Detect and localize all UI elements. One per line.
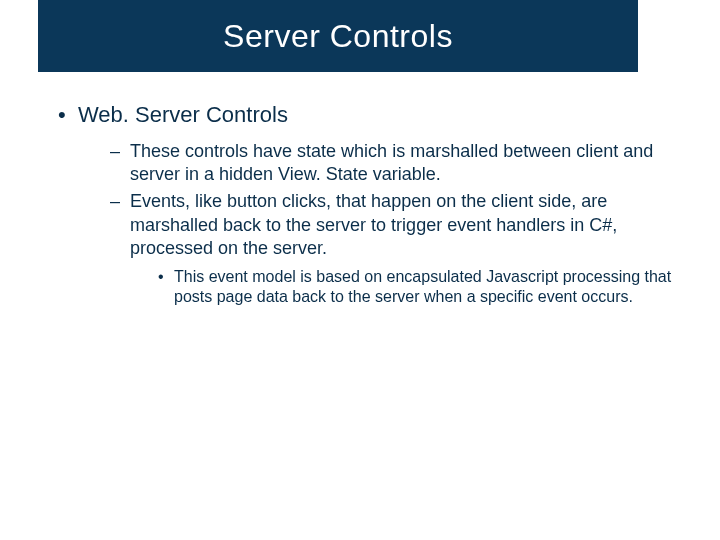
bullet-text: Events, like button clicks, that happen … [130, 191, 617, 258]
bullet-list-level3: This event model is based on encapsulate… [130, 267, 686, 309]
slide: Server Controls Web. Server Controls The… [0, 0, 720, 540]
list-item: Events, like button clicks, that happen … [110, 190, 686, 308]
list-item: Web. Server Controls These controls have… [58, 100, 686, 308]
bullet-text: This event model is based on encapsulate… [174, 268, 671, 306]
title-bar: Server Controls [38, 0, 638, 72]
bullet-text: Web. Server Controls [78, 102, 288, 127]
bullet-list-level2: These controls have state which is marsh… [78, 140, 686, 309]
slide-content: Web. Server Controls These controls have… [0, 72, 720, 308]
slide-title: Server Controls [223, 18, 453, 55]
bullet-list-level1: Web. Server Controls These controls have… [34, 100, 686, 308]
bullet-text: These controls have state which is marsh… [130, 141, 653, 184]
list-item: These controls have state which is marsh… [110, 140, 686, 187]
list-item: This event model is based on encapsulate… [158, 267, 686, 309]
